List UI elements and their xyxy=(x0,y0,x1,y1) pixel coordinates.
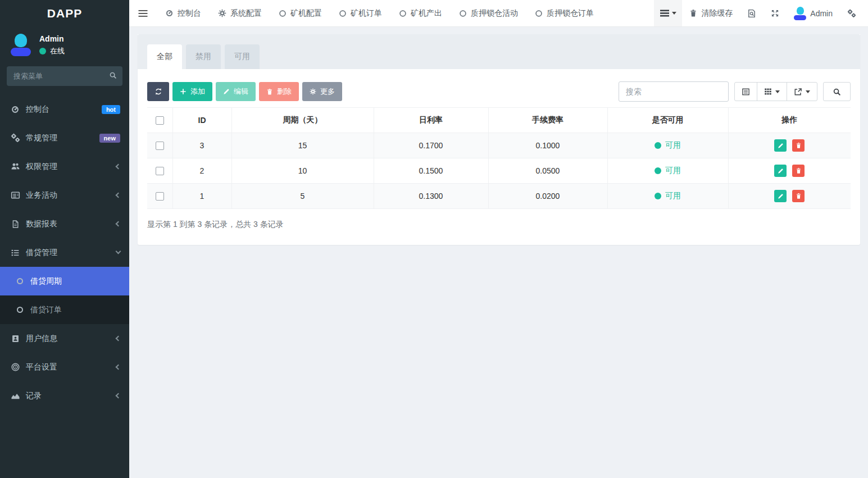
columns-button[interactable] xyxy=(757,82,787,101)
status-badge: 可用 xyxy=(655,191,681,201)
users-icon xyxy=(10,162,20,171)
topbar-user-name: Admin xyxy=(810,9,833,18)
sidebar-item-activities[interactable]: 业务活动 xyxy=(0,181,129,210)
sidebar-item-reports[interactable]: 数据报表 xyxy=(0,210,129,238)
content-area: 全部 禁用 可用 添加 xyxy=(129,27,868,478)
pencil-icon xyxy=(778,143,784,149)
table-header-row: ID 周期（天） 日利率 手续费率 是否可用 操作 xyxy=(147,108,851,133)
sidebar-search-input[interactable] xyxy=(7,66,122,86)
sidebar-user-panel: Admin 在线 xyxy=(0,27,129,62)
fullscreen-button[interactable] xyxy=(764,0,787,26)
chevron-left-icon xyxy=(116,221,121,227)
circle-icon xyxy=(15,278,25,284)
chart-area-icon xyxy=(10,391,20,400)
clear-cache-button[interactable]: 清除缓存 xyxy=(682,0,740,26)
file-search-button[interactable] xyxy=(740,0,764,26)
col-header-available: 是否可用 xyxy=(607,108,728,133)
nav-item-miner-orders[interactable]: 矿机订单 xyxy=(330,0,390,26)
sidebar-item-dashboard[interactable]: 控制台 hot xyxy=(0,95,129,124)
sidebar-search xyxy=(7,66,122,86)
caret-down-icon xyxy=(672,12,676,15)
delete-button[interactable]: 删除 xyxy=(259,82,299,101)
search-icon xyxy=(833,88,841,96)
status-badge: 可用 xyxy=(655,166,681,176)
advanced-search-button[interactable] xyxy=(823,82,851,101)
sidebar-item-lending-period[interactable]: 借贷周期 xyxy=(0,267,129,295)
user-status: 在线 xyxy=(50,46,65,56)
file-icon xyxy=(10,220,20,229)
trash-icon xyxy=(266,88,273,95)
row-delete-button[interactable] xyxy=(792,139,805,152)
row-delete-button[interactable] xyxy=(792,190,805,202)
gear-icon xyxy=(218,9,226,17)
circle-icon xyxy=(399,10,407,17)
chevron-down-icon xyxy=(116,249,121,254)
col-header-daily-rate: 日利率 xyxy=(374,108,488,133)
nav-item-system-config[interactable]: 系统配置 xyxy=(210,0,270,26)
settings-button[interactable] xyxy=(840,0,864,26)
more-button[interactable]: 更多 xyxy=(302,82,342,101)
tab-enabled[interactable]: 可用 xyxy=(225,44,260,69)
nav-item-staking-activities[interactable]: 质押锁仓活动 xyxy=(451,0,526,26)
col-header-actions: 操作 xyxy=(728,108,851,133)
panel-body: 添加 编辑 删除 更多 xyxy=(138,69,860,245)
select-all-checkbox[interactable] xyxy=(156,116,164,125)
nav-item-miner-output[interactable]: 矿机产出 xyxy=(390,0,451,26)
circle-icon xyxy=(535,10,543,17)
sidebar-item-records[interactable]: 记录 xyxy=(0,381,129,410)
detail-view-icon xyxy=(742,88,750,96)
table-search-input[interactable] xyxy=(619,81,729,102)
topbar-nav: 控制台 系统配置 矿机配置 矿机订单 矿机产出 xyxy=(157,0,602,26)
col-header-id: ID xyxy=(172,108,231,133)
tab-disabled[interactable]: 禁用 xyxy=(186,44,221,69)
export-icon xyxy=(794,88,802,96)
col-header-fee-rate: 手续费率 xyxy=(488,108,607,133)
nav-item-dashboard[interactable]: 控制台 xyxy=(157,0,210,26)
search-icon xyxy=(109,71,117,79)
caret-down-icon xyxy=(775,90,780,93)
row-checkbox[interactable] xyxy=(156,192,164,201)
tab-all[interactable]: 全部 xyxy=(147,44,182,69)
nav-list-dropdown-toggle[interactable] xyxy=(654,0,682,26)
row-checkbox[interactable] xyxy=(156,142,164,150)
app-logo: DAPP xyxy=(0,0,129,27)
trash-icon xyxy=(796,193,802,199)
sidebar-item-general[interactable]: 常规管理 new xyxy=(0,124,129,152)
sidebar-item-lending-orders[interactable]: 借贷订单 xyxy=(0,295,129,324)
row-delete-button[interactable] xyxy=(792,165,805,177)
table-row: 1 5 0.1300 0.0200 可用 xyxy=(147,184,851,209)
edit-button[interactable]: 编辑 xyxy=(216,82,256,101)
grid-columns-icon xyxy=(764,88,772,95)
sidebar-item-permissions[interactable]: 权限管理 xyxy=(0,152,129,181)
sidebar-item-user-info[interactable]: 用户信息 xyxy=(0,324,129,353)
circle-icon xyxy=(279,10,287,17)
hamburger-menu-icon[interactable] xyxy=(129,0,157,26)
row-edit-button[interactable] xyxy=(774,165,787,177)
sidebar-item-platform-settings[interactable]: 平台设置 xyxy=(0,353,129,381)
table-row: 2 10 0.1500 0.0500 可用 xyxy=(147,158,851,184)
main-area: 控制台 系统配置 矿机配置 矿机订单 矿机产出 xyxy=(129,0,868,478)
export-button[interactable] xyxy=(787,82,817,101)
pencil-icon xyxy=(223,88,230,95)
chevron-left-icon xyxy=(116,365,121,370)
detail-view-button[interactable] xyxy=(734,82,757,101)
id-card-icon xyxy=(10,334,20,343)
nav-item-staking-orders[interactable]: 质押锁仓订单 xyxy=(526,0,602,26)
row-checkbox[interactable] xyxy=(156,167,164,175)
chevron-left-icon xyxy=(116,336,121,342)
trash-icon xyxy=(796,142,802,149)
add-button[interactable]: 添加 xyxy=(172,82,212,101)
refresh-button[interactable] xyxy=(147,82,169,101)
sidebar: DAPP Admin 在线 控制台 hot 常规管理 new xyxy=(0,0,129,478)
user-menu[interactable]: Admin xyxy=(787,0,840,26)
avatar xyxy=(10,34,31,56)
pencil-icon xyxy=(778,168,784,174)
plus-icon xyxy=(180,88,187,95)
row-edit-button[interactable] xyxy=(774,190,787,202)
sidebar-item-lending[interactable]: 借贷管理 xyxy=(0,238,129,267)
nav-item-miner-config[interactable]: 矿机配置 xyxy=(270,0,330,26)
panel-tabs: 全部 禁用 可用 xyxy=(138,34,860,69)
gear-icon xyxy=(310,88,316,95)
row-edit-button[interactable] xyxy=(774,139,787,152)
topbar: 控制台 系统配置 矿机配置 矿机订单 矿机产出 xyxy=(129,0,868,27)
